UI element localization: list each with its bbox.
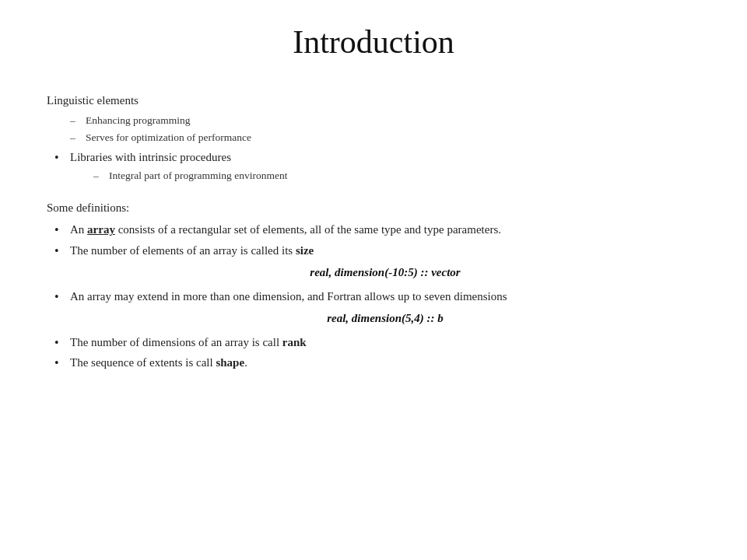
definitions-list: An array consists of a rectangular set o…: [54, 221, 700, 372]
linguistic-section: Linguistic elements Enhancing programmin…: [47, 92, 700, 184]
libraries-list: Libraries with intrinsic procedures Inte…: [54, 149, 700, 184]
dimension-text: An array may extend in more than one dim…: [70, 290, 507, 303]
shape-bold: shape: [216, 356, 244, 369]
rank-item: The number of dimensions of an array is …: [54, 334, 700, 352]
size-bold: size: [296, 244, 314, 257]
array-bold: array: [87, 223, 115, 236]
list-item: Enhancing programming: [70, 113, 700, 128]
list-item: Integral part of programming environment: [93, 168, 700, 184]
linguistic-label: Linguistic elements: [47, 92, 700, 110]
definitions-section: Some definitions: An array consists of a…: [47, 199, 700, 372]
definitions-label: Some definitions:: [47, 199, 700, 217]
shape-period: .: [244, 356, 247, 369]
libraries-sublist: Integral part of programming environment: [93, 168, 700, 184]
size-text-before: The number of elements of an array is ca…: [70, 244, 296, 257]
array-text-before: An: [70, 223, 87, 236]
page-title: Introduction: [47, 23, 700, 61]
b-code: real, dimension(5,4) :: b: [70, 310, 700, 327]
array-item: An array consists of a rectangular set o…: [54, 221, 700, 239]
size-item: The number of elements of an array is ca…: [54, 242, 700, 282]
list-item: Serves for optimization of performance: [70, 130, 700, 145]
shape-text-before: The sequence of extents is call: [70, 356, 216, 369]
main-content: Linguistic elements Enhancing programmin…: [47, 92, 700, 372]
libraries-item: Libraries with intrinsic procedures Inte…: [54, 149, 700, 184]
vector-code: real, dimension(-10:5) :: vector: [70, 264, 700, 282]
dimension-item: An array may extend in more than one dim…: [54, 288, 700, 327]
rank-bold: rank: [282, 336, 307, 348]
libraries-label: Libraries with intrinsic procedures: [70, 151, 231, 163]
shape-item: The sequence of extents is call shape.: [54, 354, 700, 372]
linguistic-sublist: Enhancing programming Serves for optimiz…: [70, 113, 700, 146]
rank-text-before: The number of dimensions of an array is …: [70, 336, 282, 348]
array-text-after: consists of a rectangular set of element…: [115, 223, 501, 236]
